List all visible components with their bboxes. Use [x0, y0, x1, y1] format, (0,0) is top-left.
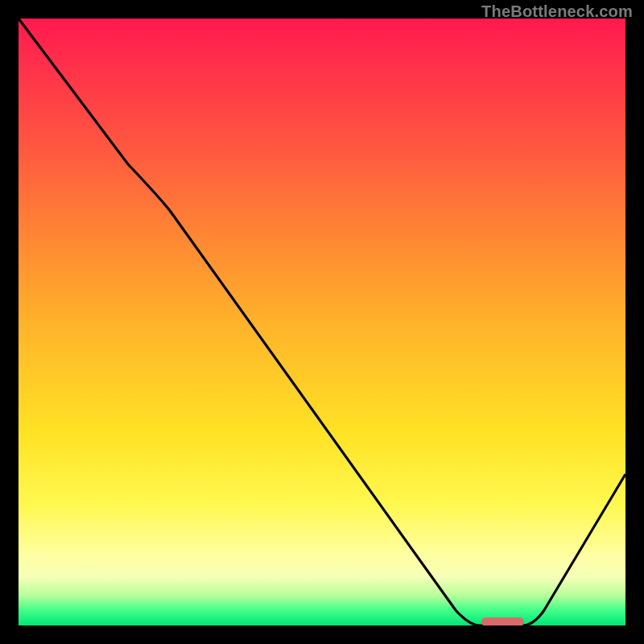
curve-path	[19, 19, 625, 625]
plot-area	[19, 19, 625, 625]
chart-stage: TheBottleneck.com	[0, 0, 644, 644]
watermark-text: TheBottleneck.com	[481, 2, 633, 21]
optimal-range-marker	[481, 617, 524, 625]
bottleneck-curve	[19, 19, 625, 625]
